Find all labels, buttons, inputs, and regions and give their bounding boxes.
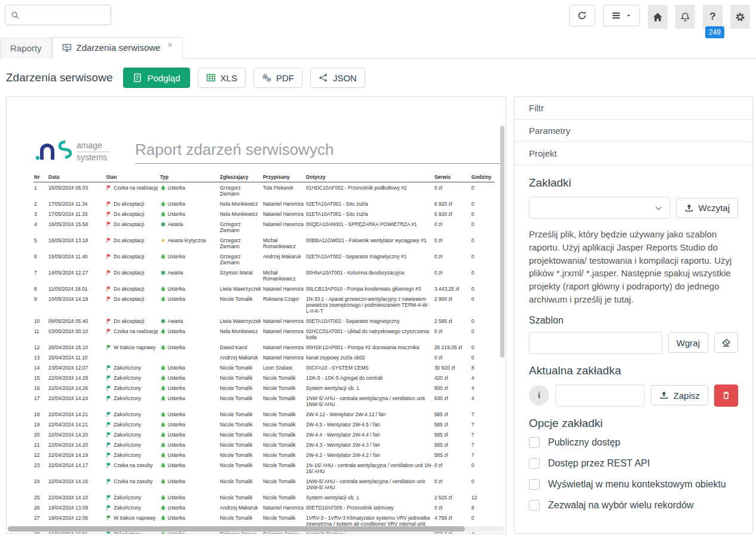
bookmark-name-input[interactable] <box>555 385 645 407</box>
status-flag-icon <box>106 422 112 428</box>
accordion-parametry[interactable]: Parametry <box>515 120 752 142</box>
tab-label: Raporty <box>10 43 42 53</box>
status-flag-icon <box>106 495 112 501</box>
status-flag-icon <box>106 254 112 260</box>
xls-button[interactable]: XLS <box>198 68 246 88</box>
checkbox-icon[interactable] <box>529 500 540 511</box>
checkbox-public-access[interactable]: Publiczny dostęp <box>529 437 738 448</box>
help-button[interactable]: ? <box>703 5 723 29</box>
status-flag-icon <box>106 515 112 521</box>
horizontal-scrollbar-thumb[interactable] <box>8 526 465 532</box>
checkbox-multi-record[interactable]: Zezwalaj na wybór wielu rekordów <box>529 500 738 511</box>
amage-logo: amage systems <box>33 136 123 164</box>
svg-text:systems: systems <box>76 152 107 162</box>
document-icon <box>133 73 142 83</box>
vertical-scrollbar[interactable] <box>500 126 504 358</box>
spreadsheet-icon <box>206 73 216 83</box>
settings-button[interactable] <box>730 5 750 29</box>
caret-down-icon <box>626 11 632 20</box>
upload-button-label: Wgraj <box>677 338 700 348</box>
eraser-icon <box>721 338 731 347</box>
refresh-button[interactable] <box>569 5 595 26</box>
close-tab-icon[interactable]: × <box>167 41 172 49</box>
accordion-filtr[interactable]: Filtr <box>515 97 752 120</box>
refresh-icon <box>577 11 587 20</box>
gear-icon <box>735 12 745 22</box>
event-type-icon <box>160 237 166 243</box>
report-row: 615/05/2024 11.40Do akceptacjiUsterkaGrz… <box>33 251 495 267</box>
event-type-icon <box>160 495 166 501</box>
event-type-icon <box>160 365 166 371</box>
checkbox-icon[interactable] <box>529 437 540 448</box>
status-flag-icon <box>106 411 112 417</box>
checkbox-icon[interactable] <box>529 458 540 469</box>
menu-button[interactable] <box>603 5 640 26</box>
report-row: 2122/04/2024 14.20ZakończonyUsterkaNicol… <box>33 440 495 450</box>
report-row: 2022/04/2024 14.20ZakończonyUsterkaNicol… <box>33 429 495 440</box>
search-box[interactable] <box>5 5 111 25</box>
checkbox-context-menu[interactable]: Wyświetlaj w menu kontekstowym obiektu <box>529 479 738 490</box>
event-type-icon <box>160 432 166 438</box>
event-type-icon <box>160 254 166 260</box>
accordion-projekt[interactable]: Projekt <box>515 142 752 165</box>
template-input[interactable] <box>529 332 662 354</box>
checkbox-rest-api-access[interactable]: Dostęp przez REST API <box>529 458 738 469</box>
event-type-icon <box>160 452 166 458</box>
status-flag-icon <box>106 395 112 401</box>
clear-template-button[interactable] <box>714 332 738 353</box>
event-type-icon <box>160 185 166 191</box>
info-button[interactable]: i <box>529 385 549 405</box>
main-content: amage systems Raport zdarzeń serwisowych… <box>0 96 756 540</box>
status-flag-icon <box>106 318 112 324</box>
status-flag-icon <box>106 185 112 191</box>
status-flag-icon <box>106 296 112 302</box>
menu-icon <box>611 11 621 20</box>
bookmark-select[interactable] <box>529 197 670 219</box>
report-row: 714/05/2024 12.27Do akceptacjiAwariaSzym… <box>33 267 495 283</box>
report-row: 1226/04/2024 16.10W trakcie naprawyUster… <box>33 342 495 352</box>
save-button[interactable]: Zapisz <box>651 385 708 405</box>
status-flag-icon <box>106 432 112 438</box>
notifications-button[interactable] <box>675 5 695 29</box>
report-column-header: Data <box>48 173 105 182</box>
status-flag-icon <box>106 478 112 484</box>
delete-button[interactable] <box>714 385 738 407</box>
event-type-icon <box>160 270 166 276</box>
preview-button-label: Podgląd <box>147 73 180 83</box>
status-flag-icon <box>106 442 112 448</box>
checkbox-icon[interactable] <box>529 479 540 490</box>
report-row: 1922/04/2024 14.21ZakończonyUsterkaNicol… <box>33 419 495 429</box>
event-type-icon <box>160 328 166 334</box>
horizontal-scrollbar[interactable] <box>8 526 504 532</box>
svg-text:amage: amage <box>76 141 102 150</box>
search-input[interactable] <box>24 10 105 20</box>
tab-zdarzenia-serwisowe[interactable]: Zdarzenia serwisowe × <box>52 37 183 59</box>
event-type-icon <box>160 286 166 292</box>
report-column-header: Dotyczy <box>305 173 434 182</box>
report-page: amage systems Raport zdarzeń serwisowych… <box>7 97 506 534</box>
home-icon <box>653 12 663 22</box>
event-type-icon <box>160 515 166 521</box>
report-row: 2322/04/2024 14.17Czeka na zasobyUsterka… <box>33 460 495 476</box>
save-button-label: Zapisz <box>674 391 700 401</box>
share-nodes-icon <box>319 73 328 83</box>
upload-button[interactable]: Wgraj <box>668 332 708 353</box>
report-row: 317/05/2024 11.33Do akceptacjiUsterkaNel… <box>33 209 495 219</box>
pdf-button[interactable]: PDF <box>253 68 302 88</box>
event-type-icon <box>160 462 166 468</box>
status-flag-icon <box>106 221 112 227</box>
home-button[interactable] <box>648 5 668 29</box>
report-table: NrDataStanTypZgłaszającyPrzypisanyDotycz… <box>33 173 495 534</box>
load-button[interactable]: Wczytaj <box>676 198 739 218</box>
status-flag-icon <box>106 344 112 350</box>
report-column-header: Nr <box>33 173 48 182</box>
status-flag-icon <box>106 462 112 468</box>
report-title: Raport zdarzeń serwisowych <box>135 141 504 164</box>
preview-button[interactable]: Podgląd <box>123 68 189 88</box>
tab-raporty[interactable]: Raporty <box>0 38 52 59</box>
chevron-down-icon <box>654 203 663 213</box>
trash-icon <box>721 391 731 400</box>
event-type-icon <box>160 442 166 448</box>
json-button[interactable]: JSON <box>310 68 365 88</box>
settings-panel: Filtr Parametry Projekt Zakładki Wczytaj… <box>514 96 753 534</box>
